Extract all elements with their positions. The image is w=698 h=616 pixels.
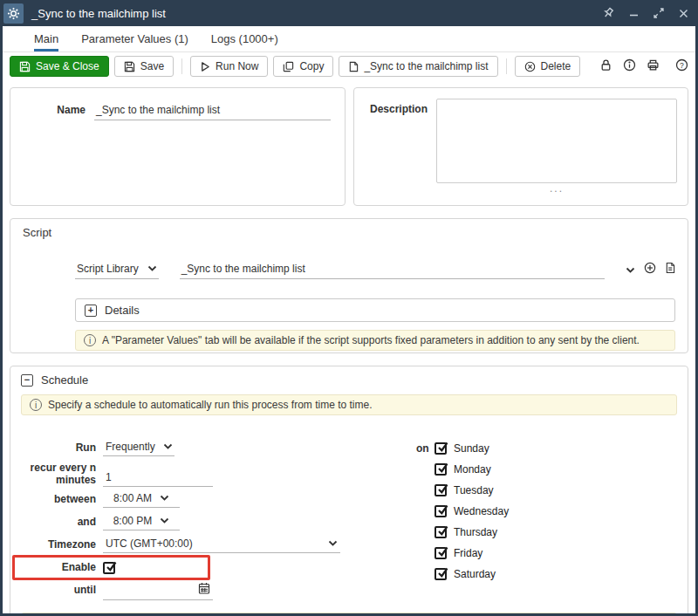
end-time-dropdown[interactable]: 8:00 PM <box>103 515 180 530</box>
schedule-settings-column: Run Frequently recur every n <box>21 440 407 605</box>
day-checkbox-friday[interactable] <box>435 547 447 559</box>
day-row: Friday <box>416 546 509 560</box>
day-label: Tuesday <box>454 484 494 496</box>
day-label: Sunday <box>454 442 489 455</box>
run-now-button[interactable]: Run Now <box>190 56 268 77</box>
help-icon[interactable]: ? <box>675 58 688 75</box>
between-label: between <box>21 494 96 506</box>
details-label: Details <box>105 304 140 317</box>
close-icon[interactable] <box>678 8 689 19</box>
script-name-field[interactable]: _Sync to the mailchimp list <box>180 263 605 279</box>
info-circle-icon: i <box>30 399 42 411</box>
chevron-down-icon <box>163 441 173 453</box>
pin-icon[interactable] <box>602 7 615 20</box>
add-circle-icon[interactable] <box>644 262 656 277</box>
recur-row: recur every n minutes 1 <box>21 462 407 487</box>
day-label: Wednesday <box>454 505 509 517</box>
name-panel: Name _Sync to the mailchimp list <box>10 87 346 206</box>
and-label: and <box>21 517 96 529</box>
tab-logs[interactable]: Logs (1000+) <box>211 26 278 51</box>
tab-main[interactable]: Main <box>34 26 58 51</box>
toolbar-right-icons: ? <box>599 58 688 75</box>
details-expander[interactable]: + Details <box>75 298 675 322</box>
delete-button[interactable]: Delete <box>515 56 581 77</box>
collapse-minus-icon[interactable]: − <box>21 374 33 387</box>
script-shortcut-button[interactable]: _Sync to the mailchimp list <box>339 56 497 77</box>
document-icon <box>348 61 359 72</box>
copy-icon <box>283 61 294 72</box>
chevron-down-icon <box>147 263 157 275</box>
delete-circle-icon <box>524 61 536 72</box>
dialog-content: Main Parameter Values (1) Logs (1000+) S… <box>3 26 695 613</box>
chevron-down-icon <box>160 492 169 504</box>
weekday-column: on Sunday Monday Tuesday <box>416 440 509 605</box>
day-row: Monday <box>416 462 509 476</box>
minimize-icon[interactable] <box>628 8 640 19</box>
between-time-dropdown[interactable]: 8:00 AM <box>103 492 180 508</box>
until-row: until <box>21 582 407 599</box>
until-label: until <box>21 585 96 597</box>
timezone-label: Timezone <box>21 539 96 551</box>
name-input[interactable]: _Sync to the mailchimp list <box>94 104 331 120</box>
day-checkbox-wednesday[interactable] <box>435 505 447 517</box>
description-label: Description <box>366 103 428 183</box>
day-label: Saturday <box>454 568 496 580</box>
save-icon <box>19 61 31 72</box>
recur-label: recur every n minutes <box>21 462 96 487</box>
save-icon <box>124 61 135 72</box>
tab-parameter-values[interactable]: Parameter Values (1) <box>81 26 188 51</box>
titlebar: _Sync to the mailchimp list <box>0 0 698 26</box>
description-textarea[interactable] <box>436 99 677 183</box>
info-icon[interactable] <box>623 58 636 75</box>
day-row: on Sunday <box>416 441 509 455</box>
script-info-message: i A "Parameter Values" tab will be avail… <box>75 330 675 351</box>
and-row: and 8:00 PM <box>21 514 407 531</box>
day-checkbox-saturday[interactable] <box>435 568 447 580</box>
svg-text:?: ? <box>680 60 684 69</box>
day-row: Wednesday <box>416 504 509 518</box>
expand-plus-icon[interactable]: + <box>85 305 97 317</box>
gear-icon <box>3 3 24 24</box>
window-title: _Sync to the mailchimp list <box>31 7 166 20</box>
description-panel: Description ... <box>353 87 688 206</box>
info-circle-icon: i <box>84 334 96 346</box>
enable-label: Enable <box>21 562 96 574</box>
copy-button[interactable]: Copy <box>273 56 333 77</box>
day-checkbox-tuesday[interactable] <box>435 484 447 496</box>
chevron-down-icon <box>328 537 338 550</box>
day-label: Thursday <box>454 526 497 538</box>
toolbar-separator <box>506 58 507 74</box>
open-script-icon[interactable] <box>665 262 675 277</box>
day-checkbox-sunday[interactable] <box>435 442 447 455</box>
resize-handle[interactable]: ... <box>436 183 677 194</box>
day-label: Monday <box>454 463 491 476</box>
day-checkbox-thursday[interactable] <box>435 526 447 538</box>
print-icon[interactable] <box>647 58 660 75</box>
recur-minutes-input[interactable]: 1 <box>103 471 213 487</box>
day-row: Thursday <box>416 525 509 539</box>
timezone-row: Timezone UTC (GMT+00:00) <box>21 537 407 554</box>
until-date-input[interactable] <box>103 582 213 600</box>
calendar-icon[interactable] <box>198 582 210 598</box>
maximize-icon[interactable] <box>653 7 665 19</box>
run-frequency-dropdown[interactable]: Frequently <box>103 441 174 456</box>
script-panel: Script Script Library _Sync to the mailc… <box>10 218 688 353</box>
form-body: Name _Sync to the mailchimp list Descrip… <box>3 80 695 613</box>
timezone-dropdown[interactable]: UTC (GMT+00:00) <box>103 537 340 553</box>
dialog-window: _Sync to the mailchimp list <box>0 0 698 616</box>
next-run-info-message: i This process is scheduled to next run … <box>21 613 677 613</box>
run-row: Run Frequently <box>21 440 407 457</box>
toolbar: Save & Close Save <box>3 52 695 80</box>
save-and-close-button[interactable]: Save & Close <box>10 56 109 77</box>
day-label: Friday <box>454 547 482 559</box>
window-controls <box>602 7 689 20</box>
day-checkbox-monday[interactable] <box>435 463 447 476</box>
chevron-down-icon[interactable] <box>626 262 635 277</box>
lock-icon[interactable] <box>599 58 612 75</box>
enable-checkbox[interactable] <box>103 562 115 574</box>
save-button[interactable]: Save <box>114 56 174 77</box>
schedule-section-title: Schedule <box>41 373 88 387</box>
script-source-dropdown[interactable]: Script Library <box>75 263 159 279</box>
script-section-title: Script <box>23 226 675 239</box>
schedule-panel: − Schedule i Specify a schedule to autom… <box>10 366 688 613</box>
